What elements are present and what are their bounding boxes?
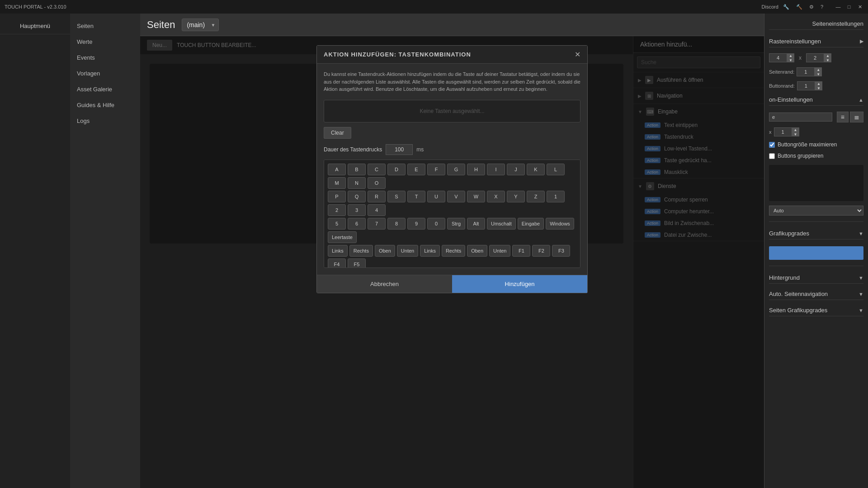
key-Z[interactable]: Z	[527, 191, 545, 202]
main-select[interactable]: (main)	[182, 19, 219, 31]
key-4[interactable]: 4	[368, 204, 386, 216]
key-J[interactable]: J	[507, 164, 525, 175]
key-alt[interactable]: Alt	[467, 218, 485, 230]
buttonrand-down[interactable]: ▼	[815, 86, 822, 90]
key-Q[interactable]: Q	[348, 191, 366, 202]
buttons-gruppieren-checkbox[interactable]	[769, 153, 775, 159]
discord-label[interactable]: Discord	[762, 4, 778, 9]
raster-y-down[interactable]: ▼	[824, 58, 831, 62]
clear-button[interactable]: Clear	[324, 127, 351, 139]
key-A[interactable]: A	[328, 164, 346, 175]
key-P[interactable]: P	[328, 191, 346, 202]
key-E[interactable]: E	[407, 164, 425, 175]
raster-y-up[interactable]: ▲	[824, 53, 831, 58]
buttonrand-field[interactable]	[797, 81, 815, 90]
sidebar-item-guides[interactable]: Guides & Hilfe	[70, 97, 140, 113]
key-eingabe[interactable]: Eingabe	[518, 218, 544, 230]
key-F2[interactable]: F2	[532, 245, 550, 257]
close-button[interactable]: ✕	[856, 3, 863, 10]
key-unten1[interactable]: Unten	[397, 245, 418, 257]
key-B[interactable]: B	[348, 164, 366, 175]
key-0[interactable]: 0	[427, 218, 445, 230]
raster-x-up[interactable]: ▲	[787, 53, 794, 58]
sidebar-item-seiten[interactable]: Seiten	[70, 18, 140, 34]
key-7[interactable]: 7	[368, 218, 386, 230]
ion-align-center[interactable]: ≡	[837, 112, 849, 122]
key-N[interactable]: N	[348, 177, 366, 189]
key-F1[interactable]: F1	[512, 245, 530, 257]
key-umschalt[interactable]: Umschalt	[487, 218, 516, 230]
auto-nav-expand-icon[interactable]: ▼	[859, 291, 863, 297]
hintergrund-expand-icon[interactable]: ▼	[859, 275, 863, 281]
key-H[interactable]: H	[467, 164, 485, 175]
key-unten2[interactable]: Unten	[489, 245, 510, 257]
seitenrand-down[interactable]: ▼	[815, 72, 822, 76]
cancel-button[interactable]: Abbrechen	[317, 275, 452, 293]
key-windows[interactable]: Windows	[546, 218, 574, 230]
sidebar-item-asset-galerie[interactable]: Asset Galerie	[70, 81, 140, 97]
seitenrand-field[interactable]	[797, 67, 815, 76]
sidebar-item-werte[interactable]: Werte	[70, 34, 140, 50]
key-S[interactable]: S	[387, 191, 406, 202]
key-U[interactable]: U	[427, 191, 445, 202]
key-3[interactable]: 3	[348, 204, 366, 216]
key-I[interactable]: I	[487, 164, 505, 175]
key-F3[interactable]: F3	[552, 245, 570, 257]
key-F[interactable]: F	[427, 164, 445, 175]
ion-expand-icon[interactable]: ▲	[859, 97, 863, 103]
raster-x-field[interactable]	[769, 53, 787, 62]
key-6[interactable]: 6	[348, 218, 366, 230]
key-links2[interactable]: Links	[420, 245, 440, 257]
grafikupgrades-expand-icon[interactable]: ▼	[859, 231, 863, 236]
key-oben1[interactable]: Oben	[375, 245, 395, 257]
key-O[interactable]: O	[368, 177, 386, 189]
raster-y-field[interactable]	[806, 53, 824, 62]
confirm-button[interactable]: Hinzufügen	[452, 275, 587, 293]
ion-x-field[interactable]	[774, 127, 792, 136]
buttongroesse-checkbox[interactable]	[769, 142, 775, 148]
modal-close-button[interactable]: ✕	[575, 50, 580, 59]
key-rechts2[interactable]: Rechts	[442, 245, 465, 257]
maximize-button[interactable]: □	[845, 3, 853, 10]
hauptmenu-button[interactable]: Hauptmenü	[0, 18, 70, 34]
key-8[interactable]: 8	[387, 218, 406, 230]
key-D[interactable]: D	[387, 164, 406, 175]
key-oben2[interactable]: Oben	[467, 245, 487, 257]
key-F4[interactable]: F4	[328, 258, 346, 268]
buttonrand-up[interactable]: ▲	[815, 81, 822, 86]
key-links1[interactable]: Links	[328, 245, 348, 257]
wrench-icon[interactable]: 🔧	[783, 4, 789, 10]
key-W[interactable]: W	[467, 191, 485, 202]
raster-expand-icon[interactable]: ▶	[860, 38, 863, 44]
key-K[interactable]: K	[527, 164, 545, 175]
hammer-icon[interactable]: 🔨	[796, 4, 802, 10]
ion-align-right[interactable]: ≣	[850, 112, 863, 122]
gear-icon[interactable]: ⚙	[809, 4, 814, 10]
key-rechts1[interactable]: Rechts	[349, 245, 373, 257]
key-Y[interactable]: Y	[507, 191, 525, 202]
seiten-grafikupgrades-expand-icon[interactable]: ▼	[859, 308, 863, 313]
ion-x-up[interactable]: ▲	[792, 127, 799, 132]
key-strg[interactable]: Strg	[447, 218, 465, 230]
seitenrand-up[interactable]: ▲	[815, 67, 822, 72]
key-T[interactable]: T	[407, 191, 425, 202]
question-icon[interactable]: ?	[821, 4, 823, 9]
sidebar-item-logs[interactable]: Logs	[70, 113, 140, 129]
ion-x-down[interactable]: ▼	[792, 132, 799, 136]
key-leertaste[interactable]: Leertaste	[328, 231, 357, 243]
key-5[interactable]: 5	[328, 218, 346, 230]
key-R[interactable]: R	[368, 191, 386, 202]
key-X[interactable]: X	[487, 191, 505, 202]
key-F5[interactable]: F5	[348, 258, 366, 268]
auto-dropdown[interactable]: Auto	[769, 206, 863, 216]
key-G[interactable]: G	[447, 164, 465, 175]
raster-x-down[interactable]: ▼	[787, 58, 794, 62]
key-M[interactable]: M	[328, 177, 346, 189]
key-V[interactable]: V	[447, 191, 465, 202]
key-C[interactable]: C	[368, 164, 386, 175]
key-1[interactable]: 1	[547, 191, 565, 202]
sidebar-item-vorlagen[interactable]: Vorlagen	[70, 66, 140, 81]
key-2[interactable]: 2	[328, 204, 346, 216]
key-L[interactable]: L	[547, 164, 565, 175]
sidebar-item-events[interactable]: Events	[70, 50, 140, 66]
